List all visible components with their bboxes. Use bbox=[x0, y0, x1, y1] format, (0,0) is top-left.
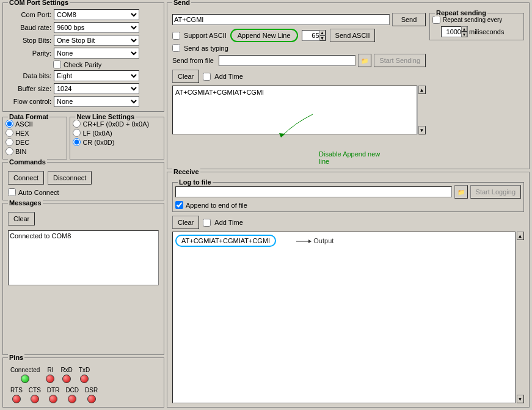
hex-label: HEX bbox=[15, 130, 29, 137]
pin-dcd: DCD bbox=[65, 387, 79, 403]
repeat-interval-wrapper: ▲ ▼ bbox=[441, 26, 468, 37]
pin-rxd-led bbox=[62, 375, 71, 383]
commands-title: Commands bbox=[8, 158, 47, 166]
check-parity-label: Check Parity bbox=[64, 61, 101, 68]
send-file-input[interactable] bbox=[219, 55, 355, 66]
disconnect-button[interactable]: Disconnect bbox=[48, 171, 92, 185]
bin-radio[interactable] bbox=[5, 147, 13, 155]
buffer-size-label: Buffer size: bbox=[5, 85, 51, 92]
send-scroll-up[interactable]: ▲ bbox=[418, 86, 426, 94]
log-to-file-title: Log to file bbox=[178, 178, 213, 186]
auto-connect-label: Auto Connect bbox=[18, 189, 59, 196]
auto-connect-checkbox[interactable] bbox=[8, 188, 16, 196]
receive-scroll-up[interactable]: ▲ bbox=[517, 232, 524, 240]
ascii-value-input-wrapper: ▲ ▼ bbox=[302, 30, 326, 41]
flow-control-select[interactable]: None bbox=[54, 96, 139, 107]
pin-ri: RI bbox=[46, 367, 54, 383]
support-ascii-checkbox[interactable] bbox=[172, 32, 180, 40]
pins-title: Pins bbox=[8, 354, 24, 361]
parity-label: Parity: bbox=[5, 49, 51, 57]
send-button[interactable]: Send bbox=[392, 13, 426, 26]
repeat-sending-title: Repeat sending bbox=[435, 9, 487, 16]
data-bits-select[interactable]: Eight bbox=[54, 70, 139, 81]
messages-clear-button[interactable]: Clear bbox=[8, 212, 35, 225]
lf-radio[interactable] bbox=[73, 129, 81, 137]
com-port-select[interactable]: COM8 bbox=[54, 9, 139, 20]
send-as-typing-label: Send as typing bbox=[184, 45, 228, 52]
pin-rts: RTS bbox=[10, 387, 23, 403]
stop-bits-select[interactable]: One Stop Bit bbox=[54, 35, 139, 46]
pin-dtr-led bbox=[49, 395, 57, 403]
buffer-size-select[interactable]: 1024 bbox=[54, 83, 139, 94]
receive-clear-button[interactable]: Clear bbox=[172, 216, 199, 229]
check-parity-checkbox[interactable] bbox=[53, 60, 61, 68]
pin-txd-led bbox=[80, 375, 89, 383]
output-annotation-label: Output bbox=[296, 237, 333, 244]
pin-dcd-led bbox=[68, 395, 76, 403]
dec-radio[interactable] bbox=[5, 138, 13, 146]
svg-marker-0 bbox=[279, 133, 285, 137]
annotation-arrow bbox=[270, 111, 319, 139]
append-new-line-button[interactable]: Append New Line bbox=[230, 29, 298, 42]
support-ascii-label: Support ASCII bbox=[184, 32, 227, 39]
receive-output-value: AT+CGMIAT+CGMIAT+CGMI bbox=[175, 235, 276, 247]
ascii-value-input[interactable] bbox=[302, 31, 319, 40]
connect-button[interactable]: Connect bbox=[8, 171, 44, 185]
pin-dsr-led bbox=[87, 395, 96, 403]
hex-radio[interactable] bbox=[5, 129, 13, 137]
interval-spin-down[interactable]: ▼ bbox=[461, 32, 467, 37]
send-clear-button[interactable]: Clear bbox=[172, 70, 199, 83]
repeat-sending-checkbox[interactable] bbox=[432, 16, 440, 24]
cr-radio[interactable] bbox=[73, 138, 81, 146]
stop-bits-label: Stop Bits: bbox=[5, 37, 51, 44]
receive-panel: Receive Log to file 📁 Start Logging Appe… bbox=[167, 172, 530, 408]
interval-spin-up[interactable]: ▲ bbox=[461, 26, 467, 32]
com-port-label: Com Port: bbox=[5, 11, 51, 18]
pin-cts-led bbox=[31, 395, 39, 403]
send-input[interactable] bbox=[172, 14, 390, 25]
receive-add-time-checkbox[interactable] bbox=[203, 219, 211, 227]
pin-dtr: DTR bbox=[47, 387, 60, 403]
baud-rate-select[interactable]: 9600 bps bbox=[54, 22, 139, 33]
parity-select[interactable]: None bbox=[54, 48, 139, 59]
lf-label: LF (0x0A) bbox=[82, 130, 112, 137]
log-file-input[interactable] bbox=[175, 186, 452, 197]
send-title: Send bbox=[172, 0, 191, 6]
receive-title: Receive bbox=[172, 168, 200, 175]
pin-dsr: DSR bbox=[85, 387, 98, 403]
receive-scroll-down[interactable]: ▼ bbox=[517, 395, 524, 403]
ascii-radio[interactable] bbox=[5, 120, 13, 128]
repeat-interval-input[interactable] bbox=[442, 27, 461, 37]
log-file-browse-button[interactable]: 📁 bbox=[454, 185, 468, 199]
messages-title: Messages bbox=[8, 199, 43, 207]
start-logging-button[interactable]: Start Logging bbox=[470, 185, 521, 199]
receive-add-time-label: Add Time bbox=[214, 219, 242, 226]
ascii-label: ASCII bbox=[15, 120, 33, 128]
bin-label: BIN bbox=[15, 148, 26, 155]
append-to-end-checkbox[interactable] bbox=[175, 201, 183, 209]
new-line-settings-panel: New Line Settings CR+LF (0x0D + 0x0A) LF… bbox=[70, 117, 164, 159]
crlf-radio[interactable] bbox=[73, 120, 81, 128]
new-line-settings-title: New Line Settings bbox=[75, 113, 136, 120]
send-panel: Send Send Support ASCII Append New Line bbox=[167, 2, 530, 169]
baud-rate-label: Baud rate: bbox=[5, 24, 51, 31]
svg-marker-2 bbox=[308, 240, 312, 243]
com-port-settings-title: COM Port Settings bbox=[8, 0, 70, 6]
send-file-browse-button[interactable]: 📁 bbox=[358, 54, 371, 67]
send-main-area: Send Support ASCII Append New Line ▲ ▼ bbox=[170, 10, 428, 166]
send-scroll-down[interactable]: ▼ bbox=[418, 126, 426, 134]
repeat-sending-panel: Repeat sending Repeat sending every ▲ ▼ bbox=[429, 13, 524, 40]
ascii-spin-up[interactable]: ▲ bbox=[319, 30, 326, 35]
dec-label: DEC bbox=[15, 139, 29, 146]
send-add-time-checkbox[interactable] bbox=[203, 73, 211, 81]
start-sending-button[interactable]: Start Sending bbox=[374, 54, 426, 67]
disable-annotation: Disable Append new line bbox=[319, 136, 380, 165]
send-ascii-button[interactable]: Send ASCII bbox=[330, 29, 376, 42]
send-as-typing-checkbox[interactable] bbox=[172, 44, 180, 52]
messages-panel: Messages Clear Connected to COM8 bbox=[2, 203, 164, 355]
send-from-file-label: Send from file bbox=[172, 57, 214, 64]
ascii-spin-down[interactable]: ▼ bbox=[319, 35, 326, 41]
data-format-title: Data Format bbox=[8, 113, 49, 120]
append-to-end-label: Append to end of file bbox=[186, 202, 247, 209]
pin-txd: TxD bbox=[79, 367, 90, 383]
